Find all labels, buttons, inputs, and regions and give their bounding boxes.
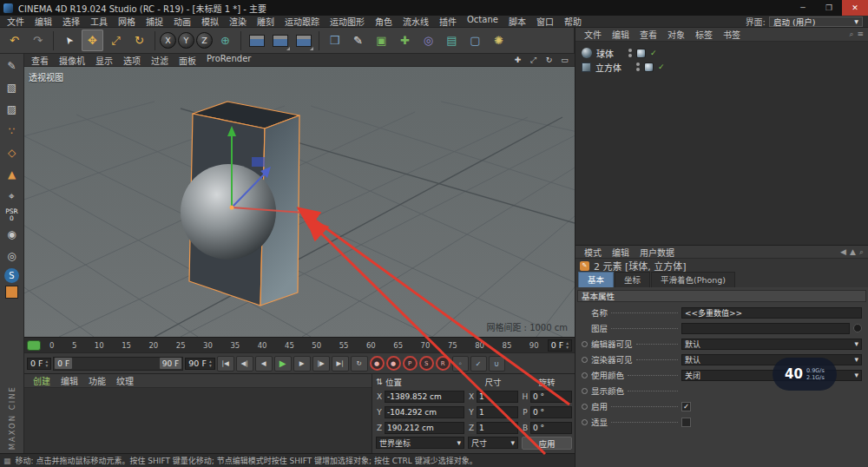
up-icon[interactable]: ▲	[850, 247, 856, 257]
back-icon[interactable]: ◀	[840, 247, 846, 257]
phong-tag-icon[interactable]	[636, 49, 646, 58]
viewport-menu-item[interactable]: 查看	[26, 54, 54, 67]
menu-item[interactable]: 窗口	[531, 15, 559, 28]
texture-mode-icon[interactable]: ▨	[2, 100, 22, 119]
deformer-button[interactable]: ◎	[418, 30, 439, 51]
material-menu-item[interactable]: 功能	[83, 374, 111, 387]
polygons-mode-icon[interactable]: ▲	[2, 165, 22, 184]
minimize-button[interactable]: ─	[790, 0, 816, 16]
layer-field[interactable]	[681, 323, 850, 334]
sphere-object[interactable]	[181, 164, 276, 260]
visibility-dots[interactable]	[628, 49, 632, 57]
close-button[interactable]: ✕	[842, 0, 868, 16]
menu-item[interactable]: 工具	[85, 15, 113, 28]
size-z-field[interactable]: 1	[477, 422, 518, 434]
coordinate-system-select[interactable]: 世界坐标▾	[376, 437, 464, 449]
object-manager-menu-item[interactable]: 对象	[662, 28, 690, 41]
menu-item[interactable]: 脚本	[503, 15, 531, 28]
render-view-button[interactable]	[246, 30, 267, 51]
interface-select[interactable]: 启动 (用户) ▾	[769, 16, 863, 27]
animation-toggle-icon[interactable]	[582, 388, 588, 394]
keyframe-selection-button[interactable]: ✓	[470, 356, 487, 372]
object-manager-menu-item[interactable]: 编辑	[607, 28, 635, 41]
end-frame-field[interactable]: 90 F ▴▾	[185, 358, 214, 370]
playback-mode-button[interactable]: ↻	[351, 356, 368, 372]
menu-item[interactable]: 渲染	[224, 15, 252, 28]
rotation-p-field[interactable]: 0 °	[530, 406, 572, 418]
menu-item[interactable]: 插件	[434, 15, 462, 28]
menu-item[interactable]: 运动图形	[325, 15, 370, 28]
coordinate-system-button[interactable]: ⊕	[214, 30, 236, 51]
animation-toggle-icon[interactable]	[582, 357, 588, 363]
render-visible-select[interactable]: 默认▾	[681, 354, 862, 365]
object-manager-menu-item[interactable]: 文件	[579, 28, 607, 41]
previous-key-button[interactable]: ◀|	[236, 356, 253, 372]
ruler-frame-field[interactable]: 0 F ▴▾	[548, 339, 572, 352]
tab-phong[interactable]: 平滑着色(Phong)	[651, 272, 735, 287]
pan-view-icon[interactable]: ✚	[511, 55, 524, 65]
lock-icon[interactable]: ◉	[2, 225, 22, 244]
object-manager-menu-item[interactable]: 查看	[635, 28, 662, 41]
subdivision-surface-button[interactable]: ▣	[371, 30, 392, 51]
zoom-view-icon[interactable]: ⤢	[527, 55, 540, 65]
record-rotation-toggle[interactable]: R	[436, 356, 450, 371]
phong-tag-icon[interactable]	[644, 62, 654, 72]
range-end-handle[interactable]: 90 F	[160, 358, 182, 369]
make-editable-icon[interactable]: ✎	[2, 56, 22, 76]
record-position-toggle[interactable]: P	[403, 356, 418, 371]
menu-item[interactable]: 动画	[168, 15, 196, 28]
size-y-field[interactable]: 1	[477, 406, 518, 418]
material-menu-item[interactable]: 纹理	[111, 374, 139, 387]
object-row-cube[interactable]: 立方体 ✓	[575, 60, 868, 74]
menu-item[interactable]: 帮助	[559, 15, 587, 28]
record-scale-toggle[interactable]: S	[419, 356, 434, 371]
enable-axis-icon[interactable]: ⌖	[2, 187, 22, 206]
enabled-checkbox[interactable]: ✓	[681, 402, 691, 411]
menu-item[interactable]: 捕捉	[141, 15, 168, 28]
rotation-b-field[interactable]: 0 °	[530, 422, 572, 434]
render-settings-button[interactable]	[293, 30, 314, 51]
redo-button[interactable]: ↷	[27, 30, 49, 51]
undo-button[interactable]: ↶	[3, 30, 25, 51]
modeling-objects-button[interactable]: ✚	[394, 30, 416, 51]
tab-basic[interactable]: 基本	[578, 272, 614, 287]
object-manager-menu-item[interactable]: 标签	[690, 28, 718, 41]
size-x-field[interactable]: 1	[477, 391, 518, 403]
position-x-field[interactable]: -1389.852 cm	[385, 391, 464, 403]
color-swatch-icon[interactable]	[5, 286, 18, 299]
attribute-menu-item[interactable]: 用户数据	[635, 246, 680, 259]
basic-properties-header[interactable]: 基本属性	[577, 290, 866, 302]
add-spline-button[interactable]: ✎	[347, 30, 369, 51]
frame-range-slider[interactable]: 0 F 90 F	[53, 357, 183, 371]
next-frame-button[interactable]: ▶	[293, 356, 311, 372]
object-row-sphere[interactable]: 球体 ✓	[575, 46, 868, 60]
menu-item[interactable]: 编辑	[30, 15, 57, 28]
script-icon[interactable]: S	[4, 268, 19, 283]
search-icon[interactable]: ⌕	[849, 30, 853, 39]
menu-item[interactable]: Octane	[462, 15, 503, 28]
start-frame-field[interactable]: 0 F ▴▾	[27, 358, 51, 370]
layer-browser-button[interactable]	[853, 324, 862, 332]
check-tag-icon[interactable]: ✓	[650, 49, 657, 57]
live-selection-tool[interactable]: ➤	[58, 30, 80, 51]
menu-item[interactable]: 流水线	[398, 15, 434, 28]
spinner-icon[interactable]: ▴▾	[46, 359, 49, 367]
viewport-solo-icon[interactable]: ◎	[2, 247, 22, 266]
model-mode-icon[interactable]: ▧	[2, 78, 22, 97]
menu-item[interactable]: 选择	[57, 15, 85, 28]
menu-item[interactable]: 雕刻	[252, 15, 279, 28]
menu-item[interactable]: 角色	[370, 15, 398, 28]
environment-floor-button[interactable]: ▤	[441, 30, 463, 51]
current-frame-marker[interactable]	[27, 340, 41, 351]
rotation-h-field[interactable]: 0 °	[530, 391, 572, 403]
viewport-menu-item[interactable]: ProRender	[201, 54, 256, 67]
attribute-menu-item[interactable]: 编辑	[607, 246, 635, 259]
position-y-field[interactable]: -104.292 cm	[385, 406, 464, 418]
viewport-menu-item[interactable]: 显示	[90, 54, 118, 67]
points-mode-icon[interactable]: ∵	[2, 122, 22, 141]
viewport-menu-item[interactable]: 摄像机	[54, 54, 90, 67]
material-menu-item[interactable]: 创建	[28, 374, 56, 387]
object-manager-menu-item[interactable]: 书签	[718, 28, 746, 41]
snap-magnet-button[interactable]: ∪	[489, 356, 505, 372]
editor-visible-select[interactable]: 默认▾	[681, 339, 862, 350]
